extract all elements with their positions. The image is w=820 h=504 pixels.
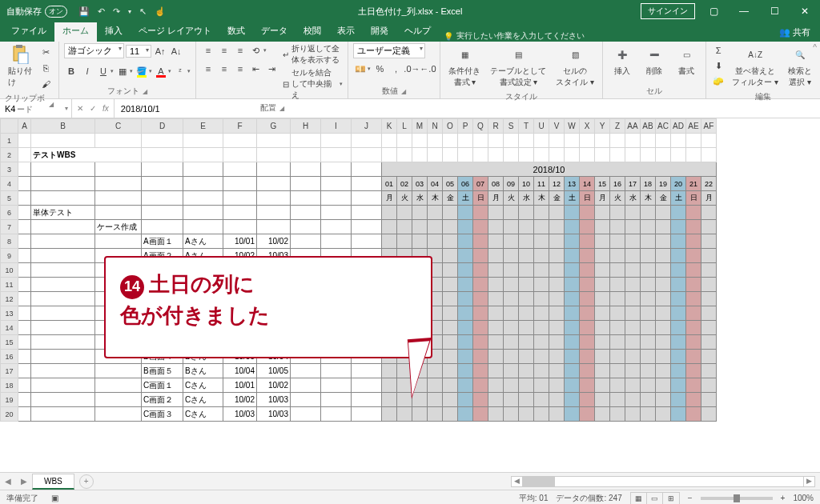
- calendar-cell[interactable]: [519, 249, 534, 263]
- tab-view[interactable]: 表示: [329, 22, 363, 42]
- calendar-cell[interactable]: [519, 407, 534, 422]
- calendar-cell[interactable]: [549, 263, 565, 278]
- calendar-cell[interactable]: [686, 378, 701, 393]
- calendar-cell[interactable]: [565, 378, 580, 393]
- calendar-cell[interactable]: 月: [595, 191, 610, 206]
- calendar-cell[interactable]: [382, 378, 397, 393]
- add-sheet-button[interactable]: +: [79, 474, 94, 489]
- calendar-cell[interactable]: 12: [549, 177, 565, 191]
- cell[interactable]: [473, 134, 488, 148]
- calendar-cell[interactable]: [473, 278, 488, 292]
- worksheet-grid[interactable]: ABCDEFGHIJKLMNOPQRSTUVWXYZAAABACADAEAF12…: [0, 118, 820, 472]
- calendar-cell[interactable]: [610, 278, 625, 292]
- calendar-cell[interactable]: [534, 220, 549, 234]
- number-dialog-icon[interactable]: ◢: [401, 88, 406, 95]
- clear-icon[interactable]: 🧽: [711, 74, 726, 88]
- calendar-cell[interactable]: [701, 407, 717, 422]
- increase-decimal-icon[interactable]: .0→: [404, 62, 419, 76]
- col-header[interactable]: B: [31, 119, 95, 134]
- calendar-cell[interactable]: [488, 234, 504, 249]
- calendar-cell[interactable]: [671, 249, 686, 263]
- orientation-icon[interactable]: ⟲: [249, 43, 263, 58]
- calendar-cell[interactable]: [458, 249, 473, 263]
- row-header[interactable]: 1: [1, 134, 18, 148]
- align-middle-icon[interactable]: ≡: [217, 43, 231, 58]
- calendar-cell[interactable]: [565, 407, 580, 422]
- calendar-cell[interactable]: [504, 350, 519, 364]
- calendar-cell[interactable]: [580, 263, 595, 278]
- calendar-cell[interactable]: [686, 350, 701, 364]
- tab-review[interactable]: 校閲: [295, 22, 329, 42]
- calendar-cell[interactable]: [656, 220, 671, 234]
- paste-button[interactable]: 貼り付け: [5, 43, 36, 90]
- calendar-cell[interactable]: [397, 393, 412, 407]
- calendar-cell[interactable]: 木: [428, 191, 443, 206]
- calendar-cell[interactable]: 木: [641, 191, 656, 206]
- decrease-indent-icon[interactable]: ⇤: [249, 62, 263, 76]
- calendar-cell[interactable]: [473, 249, 488, 263]
- calendar-cell[interactable]: [443, 364, 458, 378]
- calendar-cell[interactable]: 22: [701, 177, 717, 191]
- col-header[interactable]: O: [443, 119, 458, 134]
- calendar-cell[interactable]: [580, 364, 595, 378]
- cell[interactable]: 10/02: [257, 378, 291, 393]
- calendar-cell[interactable]: [519, 206, 534, 220]
- col-header[interactable]: J: [352, 119, 382, 134]
- cell[interactable]: [352, 134, 382, 148]
- calendar-cell[interactable]: [656, 249, 671, 263]
- undo-icon[interactable]: ↶: [98, 6, 105, 17]
- calendar-cell[interactable]: [534, 364, 549, 378]
- calendar-cell[interactable]: [534, 321, 549, 335]
- calendar-cell[interactable]: [656, 206, 671, 220]
- calendar-cell[interactable]: [504, 335, 519, 350]
- calendar-cell[interactable]: [686, 364, 701, 378]
- collapse-ribbon-icon[interactable]: ^: [813, 43, 817, 52]
- calendar-cell[interactable]: [549, 278, 565, 292]
- calendar-cell[interactable]: [701, 350, 717, 364]
- calendar-cell[interactable]: [443, 206, 458, 220]
- calendar-cell[interactable]: 月: [382, 191, 397, 206]
- calendar-cell[interactable]: [565, 206, 580, 220]
- calendar-cell[interactable]: [686, 407, 701, 422]
- calendar-cell[interactable]: [443, 407, 458, 422]
- comma-icon[interactable]: ,: [388, 62, 403, 76]
- calendar-cell[interactable]: [534, 306, 549, 321]
- col-header[interactable]: U: [534, 119, 549, 134]
- calendar-cell[interactable]: [534, 206, 549, 220]
- calendar-cell[interactable]: [473, 292, 488, 306]
- increase-indent-icon[interactable]: ⇥: [265, 62, 279, 76]
- calendar-cell[interactable]: [595, 393, 610, 407]
- cell[interactable]: 単体テスト: [31, 206, 95, 220]
- cell[interactable]: 10/02: [223, 393, 257, 407]
- calendar-cell[interactable]: [428, 234, 443, 249]
- calendar-cell[interactable]: [488, 350, 504, 364]
- calendar-cell[interactable]: [519, 335, 534, 350]
- calendar-cell[interactable]: 10: [519, 177, 534, 191]
- calendar-cell[interactable]: [534, 278, 549, 292]
- calendar-cell[interactable]: [443, 335, 458, 350]
- calendar-cell[interactable]: [656, 378, 671, 393]
- calendar-cell[interactable]: [580, 321, 595, 335]
- calendar-cell[interactable]: [382, 220, 397, 234]
- tell-me[interactable]: 💡実行したい作業を入力してください: [444, 30, 585, 42]
- calendar-cell[interactable]: [549, 249, 565, 263]
- calendar-cell[interactable]: [488, 249, 504, 263]
- calendar-cell[interactable]: [595, 364, 610, 378]
- calendar-cell[interactable]: 09: [504, 177, 519, 191]
- calendar-cell[interactable]: 水: [625, 191, 641, 206]
- calendar-cell[interactable]: [656, 306, 671, 321]
- calendar-cell[interactable]: [565, 306, 580, 321]
- calendar-cell[interactable]: [671, 321, 686, 335]
- sheet-nav-prev-icon[interactable]: ◀: [0, 477, 16, 486]
- calendar-cell[interactable]: [504, 378, 519, 393]
- calendar-cell[interactable]: [625, 393, 641, 407]
- calendar-cell[interactable]: [519, 378, 534, 393]
- font-name-select[interactable]: 游ゴシック: [64, 43, 124, 58]
- calendar-cell[interactable]: [641, 306, 656, 321]
- calendar-cell[interactable]: [610, 393, 625, 407]
- cell[interactable]: [595, 134, 610, 148]
- cell[interactable]: C画面３: [142, 407, 183, 422]
- calendar-cell[interactable]: [549, 350, 565, 364]
- calendar-cell[interactable]: [473, 335, 488, 350]
- calendar-cell[interactable]: [504, 249, 519, 263]
